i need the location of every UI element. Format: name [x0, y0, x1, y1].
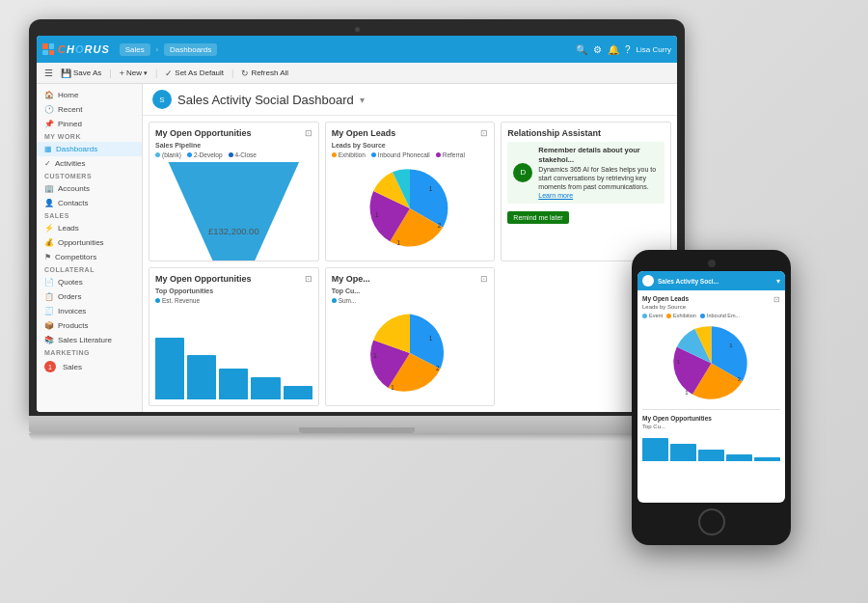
- products-label: Products: [58, 321, 89, 330]
- relationship-card-content: D Remember details about your stakehol..…: [507, 142, 665, 255]
- sidebar-item-pinned[interactable]: 📌 Pinned: [37, 117, 142, 131]
- topbar: CHORUS Sales › Dashboards 🔍 ⚙: [37, 36, 677, 63]
- sep3: |: [231, 69, 233, 78]
- card4-icon[interactable]: ⊡: [305, 274, 312, 284]
- phone-section1-header: My Open Leads ⊡: [642, 295, 780, 304]
- sidebar-item-home[interactable]: 🏠 Home: [37, 88, 142, 102]
- sidebar-item-dashboards[interactable]: ▦ Dashboards: [37, 142, 142, 156]
- open-leads-card: My Open Leads ⊡ Leads by Source Exhibiti…: [325, 122, 496, 261]
- sidebar-item-sales-mktg[interactable]: 1 Sales: [37, 358, 142, 375]
- set-default-label: Set As Default: [175, 69, 224, 77]
- ra-icon: D: [513, 163, 532, 182]
- set-default-btn[interactable]: ✓ Set As Default: [165, 69, 224, 78]
- user-name: Lisa Curry: [637, 45, 671, 54]
- card5-title: My Ope...: [332, 274, 370, 284]
- laptop-shadow: [29, 433, 685, 441]
- settings-icon[interactable]: ⚙: [593, 44, 602, 55]
- remind-me-later-button[interactable]: Remind me later: [507, 211, 568, 224]
- svg-text:2: 2: [438, 222, 442, 229]
- pie-chart: 1 2 1 1: [332, 162, 489, 255]
- sidebar-item-orders[interactable]: 📋 Orders: [37, 289, 142, 304]
- bar-3: [219, 369, 248, 399]
- ra-learn-more-link[interactable]: Learn more: [538, 192, 573, 199]
- phone-section1-title: My Open Leads: [642, 295, 689, 302]
- new-label: New: [126, 69, 142, 77]
- orders-label: Orders: [58, 292, 81, 301]
- new-btn[interactable]: + New ▾: [120, 69, 148, 78]
- sidebar-item-sales-lit[interactable]: 📚 Sales Literature: [37, 333, 142, 347]
- legend-develop-dot: [187, 152, 192, 157]
- new-chevron: ▾: [144, 69, 148, 77]
- phone-inbound-em-dot: [700, 314, 705, 318]
- svg-text:1: 1: [375, 211, 379, 218]
- legend-exhibition-dot: [332, 152, 337, 157]
- refresh-btn[interactable]: ↻ Refresh All: [241, 69, 288, 78]
- card2-title: My Open Leads: [332, 128, 396, 138]
- svg-text:1: 1: [373, 352, 377, 359]
- bar-2: [187, 355, 216, 399]
- content-area: S Sales Activity Social Dashboard ▾ My O…: [143, 84, 677, 412]
- logo-cell-2: [49, 43, 55, 49]
- pie-svg-small: 1 2 1 1: [366, 310, 453, 397]
- save-as-btn[interactable]: 💾 Save As: [61, 69, 101, 78]
- sidebar-item-leads[interactable]: ⚡ Leads: [37, 221, 142, 235]
- svg-marker-0: [169, 162, 300, 261]
- bar-chart: [155, 308, 312, 400]
- refresh-icon: ↻: [241, 69, 249, 78]
- sidebar-item-activities[interactable]: ✓ Activities: [37, 156, 142, 171]
- sidebar-item-recent[interactable]: 🕐 Recent: [37, 102, 142, 117]
- svg-text:1: 1: [396, 239, 400, 246]
- header-avatar: S: [152, 90, 172, 109]
- bar-4: [251, 377, 280, 399]
- phone-camera: [708, 260, 716, 267]
- card5-header: My Ope... ⊡: [332, 274, 489, 284]
- sidebar-item-invoices[interactable]: 🧾 Invoices: [37, 304, 142, 318]
- logo-text: CHORUS: [58, 43, 110, 55]
- phone-expand-icon[interactable]: ⊡: [773, 295, 780, 304]
- legend-est-rev-label: Est. Revenue: [162, 297, 200, 304]
- card5-legend: Sum...: [332, 297, 489, 304]
- sidebar-item-competitors[interactable]: ⚑ Competitors: [37, 250, 142, 264]
- dashboards-label: Dashboards: [56, 145, 97, 153]
- orders-icon: 📋: [44, 292, 54, 301]
- phone-bar-2: [670, 444, 696, 461]
- sidebar-item-quotes[interactable]: 📄 Quotes: [37, 275, 142, 289]
- sidebar-item-products[interactable]: 📦 Products: [37, 318, 142, 333]
- card2-icon[interactable]: ⊡: [480, 128, 488, 138]
- card2-legend: Exhibition Inbound Phonecall: [332, 151, 489, 158]
- legend-develop: 2-Develop: [187, 151, 223, 158]
- activities-icon: ✓: [44, 159, 51, 168]
- legend-inbound: Inbound Phonecall: [371, 151, 430, 158]
- legend-blank: (blank): [155, 151, 181, 158]
- sep1: |: [109, 69, 111, 78]
- card5-icon[interactable]: ⊡: [480, 274, 488, 284]
- sep2: |: [155, 69, 157, 78]
- legend-referral-dot: [436, 152, 441, 157]
- phone-inbound-em-label: Inbound Em...: [707, 313, 740, 318]
- legend-exhibition-label: Exhibition: [339, 151, 366, 158]
- legend-referral-label: Referral: [443, 151, 465, 158]
- sidebar-item-contacts[interactable]: 👤 Contacts: [37, 196, 142, 210]
- home-label: Home: [58, 91, 78, 99]
- card1-title: My Open Opportunities: [155, 128, 252, 138]
- phone-content: My Open Leads ⊡ Leads by Source Event Ex…: [637, 290, 785, 466]
- recent-label: Recent: [58, 105, 82, 114]
- card1-icon[interactable]: ⊡: [305, 128, 312, 138]
- legend-close-dot: [229, 152, 233, 157]
- phone-legend: Event Exhibition Inbound Em...: [642, 313, 780, 318]
- sidebar-item-opportunities[interactable]: 💰 Opportunities: [37, 235, 142, 250]
- svg-text:1: 1: [391, 384, 394, 391]
- svg-text:£132,200.00: £132,200.00: [208, 226, 259, 236]
- laptop-screen-outer: CHORUS Sales › Dashboards 🔍 ⚙: [29, 19, 685, 416]
- hamburger-icon[interactable]: ☰: [44, 68, 53, 78]
- laptop-base: [29, 416, 685, 433]
- sidebar-item-accounts[interactable]: 🏢 Accounts: [37, 181, 142, 196]
- help-icon[interactable]: ?: [625, 44, 631, 55]
- legend-sum: Sum...: [332, 297, 357, 304]
- nav-sales[interactable]: Sales: [120, 43, 150, 56]
- phone-event-dot: [642, 314, 647, 318]
- search-icon[interactable]: 🔍: [576, 44, 587, 55]
- phone-home-button[interactable]: [698, 508, 725, 535]
- bell-icon[interactable]: 🔔: [608, 44, 619, 55]
- nav-dashboards[interactable]: Dashboards: [164, 43, 217, 56]
